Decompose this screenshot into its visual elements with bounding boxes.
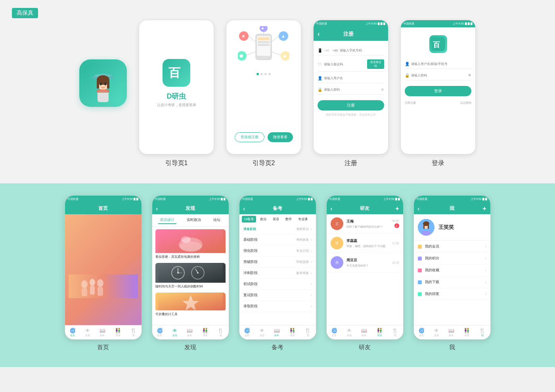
friend-item-2[interactable]: 李 李蕊蕊 学姐，俺吧，借助咱们个个问题。 17:30 bbox=[327, 234, 403, 253]
study-right-text-intense: 专业介绍 bbox=[296, 249, 309, 253]
disc-nav-me[interactable]: 🍴 我 bbox=[218, 328, 224, 337]
study-item-intense[interactable]: 强化阶段 专业介绍 › bbox=[239, 245, 316, 257]
verification-input[interactable] bbox=[324, 63, 366, 66]
profile-menu-vip[interactable]: 我的会员 › bbox=[414, 241, 490, 253]
pr-nav-me[interactable]: 🍴 我 bbox=[479, 328, 485, 337]
disc-home-text: 首页 bbox=[157, 334, 162, 337]
study-back-button[interactable]: ‹ bbox=[243, 206, 245, 212]
phone-input[interactable] bbox=[333, 49, 384, 52]
register-col: 中国联通 上午9:50 ▊▊▊ ‹ 注册 📱 +86 🛡 bbox=[313, 20, 388, 167]
study-item-admit[interactable]: 录取阶段 › bbox=[239, 301, 316, 312]
login-password-input[interactable] bbox=[411, 74, 467, 77]
study-item-basic[interactable]: 基础阶段 考研政策 › bbox=[239, 234, 316, 245]
nav-discover[interactable]: 👁 发现 bbox=[85, 328, 90, 337]
disc-nav-friends[interactable]: 👫 研友 bbox=[202, 328, 208, 337]
svg-rect-18 bbox=[258, 44, 270, 46]
discover-tab-forum[interactable]: 论坛 bbox=[211, 217, 222, 224]
st-nav-study[interactable]: 📖 备考 bbox=[274, 328, 280, 337]
study-item-exam2[interactable]: 复试阶段 › bbox=[239, 290, 316, 301]
guide1-app-icon: 百 bbox=[163, 59, 190, 87]
verification-field: 🛡 发送验证码 bbox=[318, 57, 384, 72]
register-phone: 中国联通 上午9:50 ▊▊▊ ‹ 注册 📱 +86 🛡 bbox=[313, 20, 388, 154]
nav-home[interactable]: 🌀 首页 bbox=[70, 328, 76, 337]
home-nav-text: 首页 bbox=[70, 334, 75, 337]
disc-nav-discover[interactable]: 👁 发现 bbox=[172, 328, 177, 337]
study-item-exam1[interactable]: 初试阶段 › bbox=[239, 279, 316, 290]
study-tab-18[interactable]: 18备考 bbox=[242, 216, 256, 223]
fr-nav-me[interactable]: 🍴 我 bbox=[392, 328, 398, 337]
study-tab-english[interactable]: 英语 bbox=[270, 216, 281, 223]
discover-card-3[interactable]: 可折叠的计工具 bbox=[155, 293, 226, 318]
pr-nav-study[interactable]: 📖 备考 bbox=[448, 328, 454, 337]
st-nav-home[interactable]: 🌀 首页 bbox=[244, 328, 250, 337]
pr-nav-friends[interactable]: 👫 研友 bbox=[464, 328, 470, 337]
st-nav-discover[interactable]: 👁 发现 bbox=[260, 328, 264, 337]
login-user-icon: 👤 bbox=[405, 61, 410, 66]
send-code-button[interactable]: 发送验证码 bbox=[367, 59, 384, 69]
disc-nav-study[interactable]: 📖 备考 bbox=[187, 328, 193, 337]
pr-nav-home[interactable]: 🌀 首页 bbox=[419, 328, 425, 337]
discover-back-button[interactable]: ‹ bbox=[156, 206, 158, 212]
login-submit-button[interactable]: 登录 bbox=[405, 86, 471, 96]
nav-friends[interactable]: 👫 研友 bbox=[115, 328, 121, 337]
login-username-input[interactable] bbox=[411, 62, 471, 66]
register-link[interactable]: 立即注册 bbox=[405, 101, 416, 105]
fr-nav-home[interactable]: 🌀 首页 bbox=[331, 328, 337, 337]
friend2-info: 李蕊蕊 学姐，俺吧，借助咱们个个问题。 bbox=[346, 238, 392, 248]
profile-menu-favorites[interactable]: 我的收藏 › bbox=[414, 265, 490, 276]
register-note: 您的手机号将会严格保密，不会对外公开 bbox=[318, 113, 384, 117]
login-username-field: 👤 bbox=[405, 59, 471, 69]
st-nav-me[interactable]: 🍴 我 bbox=[305, 328, 311, 337]
login-password-toggle[interactable]: ✱ bbox=[468, 73, 471, 77]
pr-nav-discover[interactable]: 👁 发现 bbox=[434, 328, 439, 337]
discover-card-1[interactable]: 看似坚硬，其实柔软包裹的座椅 bbox=[155, 229, 226, 261]
pr-friends-text: 研友 bbox=[465, 334, 469, 337]
fr-nav-study[interactable]: 📖 备考 bbox=[361, 328, 367, 337]
study-item-prep[interactable]: 准备阶段 考研常识 › bbox=[239, 224, 316, 234]
discover-tabs: 前沿设计 实时政治 论坛 bbox=[152, 214, 229, 227]
fr-discover-icon: 👁 bbox=[347, 328, 352, 333]
study-tab-math[interactable]: 数学 bbox=[283, 216, 294, 223]
browse-button[interactable]: 随便看看 bbox=[268, 132, 293, 142]
fr-friends-text: 研友 bbox=[377, 334, 382, 337]
discover-bottom-nav: 🌀 首页 👁 发现 📖 备考 👫 研友 bbox=[152, 325, 229, 339]
nav-study[interactable]: 📖 备考 bbox=[100, 328, 105, 337]
replies-label: 我的回复 bbox=[425, 291, 482, 297]
password-toggle[interactable]: ⊕ bbox=[381, 88, 384, 91]
profile-add-button[interactable]: + bbox=[482, 205, 486, 212]
favorites-dot bbox=[418, 268, 422, 272]
login-register-button[interactable]: 登录或注册 bbox=[235, 132, 264, 142]
discover-card-2[interactable]: 随时间与天空一同入眠的倒数时钟 bbox=[155, 263, 226, 290]
register-submit-button[interactable]: 注册 bbox=[318, 100, 384, 110]
fr-nav-discover[interactable]: 👁 发现 bbox=[347, 328, 352, 337]
disc-nav-home[interactable]: 🌀 首页 bbox=[157, 328, 163, 337]
back-button[interactable]: ‹ bbox=[318, 30, 320, 38]
profile-menu-downloads[interactable]: 我的下载 › bbox=[414, 276, 490, 288]
svg-point-41 bbox=[97, 279, 103, 287]
nav-me[interactable]: 🍴 我 bbox=[130, 328, 136, 337]
friends-back-button[interactable]: ‹ bbox=[331, 206, 333, 212]
friend-item-1[interactable]: 王 王梅 你听了解了解的吗你怎么样？ 20:50 1 bbox=[327, 214, 403, 234]
discover-tab-politics[interactable]: 实时政治 bbox=[185, 217, 203, 224]
friends-add-button[interactable]: + bbox=[395, 205, 399, 212]
password-input[interactable] bbox=[324, 88, 379, 91]
study-item-sprint[interactable]: 冲刺阶段 备考准备 › bbox=[239, 268, 316, 279]
profile-menu-points[interactable]: 我的积分 › bbox=[414, 253, 490, 265]
forgot-password-link[interactable]: 忘记密码 bbox=[460, 101, 471, 105]
username-input[interactable] bbox=[324, 76, 384, 80]
profile-back-button[interactable]: ‹ bbox=[418, 206, 420, 212]
study-tab-politics[interactable]: 政治 bbox=[258, 216, 269, 223]
svg-rect-17 bbox=[258, 41, 270, 43]
discover-tab-design[interactable]: 前沿设计 bbox=[158, 217, 176, 224]
fr-nav-friends[interactable]: 👫 研友 bbox=[377, 328, 383, 337]
profile-menu-replies[interactable]: 我的回复 › bbox=[414, 288, 490, 300]
pr-discover-text: 发现 bbox=[434, 334, 439, 337]
study-item-break[interactable]: 突破阶段 学校选择 › bbox=[239, 257, 316, 268]
home-status-bar: 中国联通 上午9:50 ▊▊ bbox=[65, 196, 142, 203]
friends-bottom-nav: 🌀 首页 👁 发现 📖 备考 👫 研友 bbox=[327, 325, 403, 339]
bottom-section: 中国联通 上午9:50 ▊▊ 首页 bbox=[0, 183, 555, 367]
st-nav-friends[interactable]: 👫 研友 bbox=[289, 328, 295, 337]
dot-3 bbox=[264, 73, 267, 75]
friend-item-3[interactable]: 周 周豆豆 今天去参加如何？ 10:25 bbox=[327, 253, 403, 272]
study-tab-major[interactable]: 专业课 bbox=[296, 216, 310, 223]
